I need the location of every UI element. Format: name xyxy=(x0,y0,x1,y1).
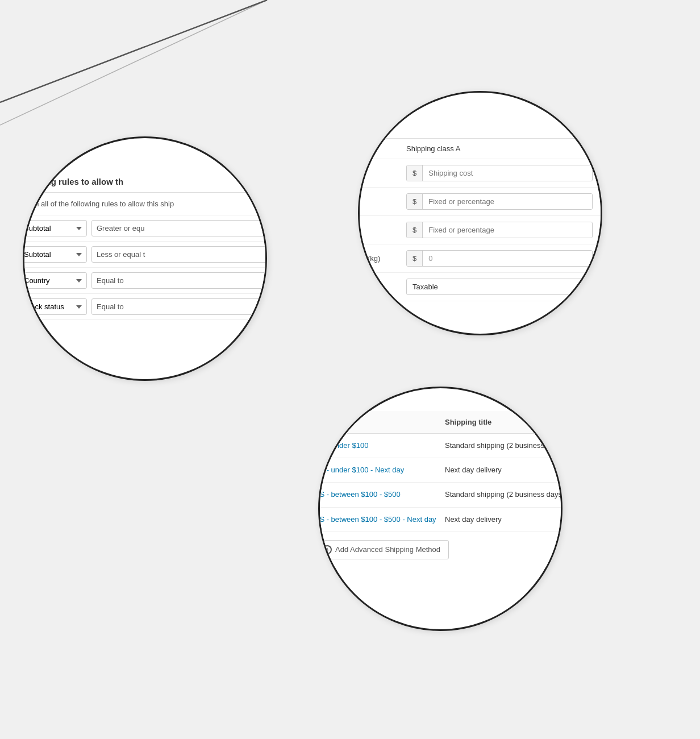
methods-panel: Shipping title US - under $100 Standard … xyxy=(318,411,562,567)
cost-per-item-input[interactable] xyxy=(423,222,592,238)
cost-per-item-prefix: $ xyxy=(407,222,423,238)
rule-row: Subtotal Greater or equ xyxy=(23,215,267,242)
plus-icon: + xyxy=(323,545,332,554)
rule-row: Stock status Equal to xyxy=(23,294,267,320)
settings-panel: ng settings Shipping title Shipping clas… xyxy=(358,110,602,301)
list-header: Shipping title xyxy=(318,411,562,434)
settings-row-handling: Handling fee $ xyxy=(358,188,602,216)
method-title-4: Next day delivery xyxy=(445,514,562,525)
method-title-2: Next day delivery xyxy=(445,465,562,475)
svg-line-0 xyxy=(0,0,267,102)
cost-per-item-input-group: $ xyxy=(406,222,593,238)
svg-line-1 xyxy=(0,0,267,125)
handling-fee-label: Handling fee xyxy=(358,197,399,206)
settings-row-cost-weight: Cost per weight (kg) $ xyxy=(358,244,602,273)
method-name-4[interactable]: US - between $100 - $500 - Next day xyxy=(318,514,445,525)
settings-row-tax: Tax status Taxable xyxy=(358,273,602,301)
settings-row-cost: Shipping cost $ xyxy=(358,159,602,188)
shipping-title-value: Shipping class A xyxy=(406,144,593,153)
cost-per-weight-input[interactable] xyxy=(423,251,592,266)
col-title-header: Shipping title xyxy=(445,418,562,426)
rules-header-text: following rules to allow th xyxy=(23,177,123,186)
tax-status-label: Tax status xyxy=(358,283,399,291)
method-title-3: Standard shipping (2 business days) xyxy=(445,489,562,500)
add-shipping-method-button[interactable]: + Add Advanced Shipping Method xyxy=(318,540,449,559)
rule-field-select-2[interactable]: Subtotal xyxy=(23,246,87,263)
settings-row-cost-item: Cost per item $ xyxy=(358,216,602,244)
shipping-cost-input-group: $ xyxy=(406,165,593,181)
rule-field-select-1[interactable]: Subtotal xyxy=(23,220,87,236)
settings-circle: ng settings Shipping title Shipping clas… xyxy=(358,91,602,335)
rules-circle: following rules to allow th match all of… xyxy=(23,136,267,381)
shipping-title-label: Shipping title xyxy=(358,144,399,153)
rule-row: Subtotal Less or equal t xyxy=(23,242,267,268)
cost-per-weight-input-group: $ xyxy=(406,250,593,267)
add-method-label: Add Advanced Shipping Method xyxy=(335,545,440,554)
method-name-3[interactable]: US - between $100 - $500 xyxy=(318,489,445,500)
handling-fee-input[interactable] xyxy=(423,194,592,209)
list-item: US - between $100 - $500 Standard shippi… xyxy=(318,483,562,507)
list-item: US - between $100 - $500 - Next day Next… xyxy=(318,508,562,532)
settings-header: ng settings xyxy=(358,110,602,139)
rule-condition-2: Less or equal t xyxy=(91,246,267,263)
shipping-cost-prefix: $ xyxy=(407,165,423,181)
cost-per-item-label: Cost per item xyxy=(358,226,399,234)
col-name-header xyxy=(318,418,445,426)
rule-field-select-4[interactable]: Stock status xyxy=(23,298,87,315)
settings-row-title: Shipping title Shipping class A xyxy=(358,139,602,159)
cost-per-weight-label: Cost per weight (kg) xyxy=(358,254,399,263)
method-title-1: Standard shipping (2 business days) xyxy=(445,441,562,451)
rule-row: Country Equal to xyxy=(23,268,267,294)
rules-header: following rules to allow th xyxy=(23,167,267,193)
rules-subheader: match all of the following rules to allo… xyxy=(23,193,267,215)
rules-panel: following rules to allow th match all of… xyxy=(23,167,267,320)
handling-fee-input-group: $ xyxy=(406,193,593,210)
shipping-cost-input[interactable] xyxy=(423,165,592,181)
method-name-2[interactable]: US - under $100 - Next day xyxy=(318,465,445,475)
rule-condition-4: Equal to xyxy=(91,298,267,315)
cost-per-weight-prefix: $ xyxy=(407,251,423,266)
rule-field-select-3[interactable]: Country xyxy=(23,272,87,289)
methods-circle: Shipping title US - under $100 Standard … xyxy=(318,387,562,631)
list-item: US - under $100 - Next day Next day deli… xyxy=(318,458,562,483)
tax-status-value: Taxable xyxy=(406,279,593,295)
shipping-cost-label: Shipping cost xyxy=(358,169,399,177)
method-name-1[interactable]: US - under $100 xyxy=(318,441,445,451)
rule-condition-1: Greater or equ xyxy=(91,220,267,236)
rule-condition-3: Equal to xyxy=(91,272,267,289)
handling-fee-prefix: $ xyxy=(407,194,423,209)
list-item: US - under $100 Standard shipping (2 bus… xyxy=(318,434,562,458)
